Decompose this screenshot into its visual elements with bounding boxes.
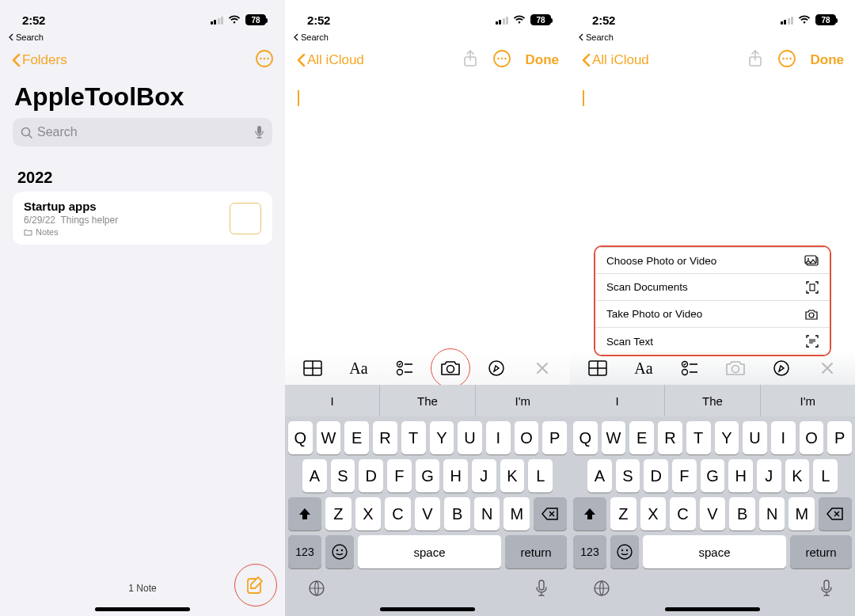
shift-key[interactable] bbox=[288, 497, 321, 530]
key[interactable]: R bbox=[658, 421, 682, 454]
key[interactable]: W bbox=[602, 421, 626, 454]
back-all-icloud[interactable]: All iCloud bbox=[296, 52, 364, 68]
back-all-icloud[interactable]: All iCloud bbox=[581, 52, 649, 68]
close-toolbar[interactable] bbox=[526, 352, 558, 384]
key[interactable]: D bbox=[359, 459, 383, 492]
keyboard[interactable]: I The I'm QWERTYUIOP ASDFGHJKL ZXCVBNM 1… bbox=[285, 385, 570, 616]
key[interactable]: P bbox=[542, 421, 567, 454]
done-button[interactable]: Done bbox=[526, 52, 560, 68]
key[interactable]: N bbox=[474, 497, 500, 530]
key[interactable]: X bbox=[355, 497, 382, 530]
close-toolbar[interactable] bbox=[811, 352, 843, 384]
key[interactable]: S bbox=[616, 459, 640, 492]
delete-key[interactable] bbox=[819, 497, 852, 530]
key[interactable]: C bbox=[385, 497, 411, 530]
key[interactable]: F bbox=[387, 459, 412, 492]
numbers-key[interactable]: 123 bbox=[288, 535, 321, 568]
key[interactable]: Z bbox=[325, 497, 352, 530]
space-key[interactable]: space bbox=[358, 535, 501, 568]
note-body[interactable] bbox=[570, 78, 855, 119]
textstyle-tool[interactable]: Aa bbox=[628, 352, 659, 384]
table-tool[interactable] bbox=[582, 352, 614, 384]
key[interactable]: H bbox=[728, 459, 753, 492]
breadcrumb-back-search[interactable]: Search bbox=[0, 32, 285, 43]
suggestion[interactable]: I'm bbox=[761, 385, 855, 416]
suggestion[interactable]: The bbox=[665, 385, 760, 416]
camera-tool[interactable] bbox=[435, 352, 466, 384]
key[interactable]: T bbox=[401, 421, 426, 454]
markup-tool[interactable] bbox=[481, 352, 512, 384]
key[interactable]: I bbox=[486, 421, 511, 454]
key[interactable]: W bbox=[317, 421, 341, 454]
camera-tool[interactable] bbox=[720, 352, 751, 384]
key[interactable]: D bbox=[644, 459, 668, 492]
key[interactable]: B bbox=[444, 497, 470, 530]
delete-key[interactable] bbox=[534, 497, 567, 530]
key[interactable]: E bbox=[629, 421, 654, 454]
key[interactable]: U bbox=[743, 421, 767, 454]
return-key[interactable]: return bbox=[505, 535, 567, 568]
globe-icon[interactable] bbox=[592, 579, 611, 598]
key[interactable]: A bbox=[587, 459, 612, 492]
key[interactable]: G bbox=[701, 459, 725, 492]
markup-tool[interactable] bbox=[766, 352, 797, 384]
shift-key[interactable] bbox=[573, 497, 606, 530]
home-indicator[interactable] bbox=[665, 607, 760, 611]
back-folders[interactable]: Folders bbox=[11, 52, 67, 68]
suggestion[interactable]: I'm bbox=[476, 385, 570, 416]
space-key[interactable]: space bbox=[643, 535, 786, 568]
share-icon[interactable] bbox=[462, 50, 478, 70]
textstyle-tool[interactable]: Aa bbox=[343, 352, 374, 384]
home-indicator[interactable] bbox=[95, 607, 190, 611]
home-indicator[interactable] bbox=[380, 607, 475, 611]
key[interactable]: K bbox=[785, 459, 810, 492]
keyboard[interactable]: I The I'm QWERTYUIOP ASDFGHJKL ZXCVBNM 1… bbox=[570, 385, 855, 616]
breadcrumb-back-search[interactable]: Search bbox=[570, 32, 855, 43]
dictation-icon[interactable] bbox=[820, 580, 833, 597]
key[interactable]: Z bbox=[610, 497, 636, 530]
key[interactable]: Y bbox=[715, 421, 739, 454]
menu-scan-text[interactable]: Scan Text bbox=[595, 328, 830, 355]
emoji-key[interactable] bbox=[325, 535, 354, 568]
key[interactable]: E bbox=[344, 421, 369, 454]
share-icon[interactable] bbox=[747, 50, 763, 70]
key[interactable]: A bbox=[302, 459, 327, 492]
key[interactable]: N bbox=[759, 497, 785, 530]
key[interactable]: S bbox=[331, 459, 355, 492]
key[interactable]: F bbox=[672, 459, 697, 492]
emoji-key[interactable] bbox=[610, 535, 639, 568]
key[interactable]: L bbox=[528, 459, 553, 492]
breadcrumb-back-search[interactable]: Search bbox=[285, 32, 570, 43]
key[interactable]: M bbox=[788, 497, 815, 530]
key[interactable]: O bbox=[800, 421, 824, 454]
key[interactable]: H bbox=[443, 459, 468, 492]
note-list-item[interactable]: Startup apps 6/29/22 Things helper Notes bbox=[13, 192, 272, 245]
more-icon[interactable] bbox=[492, 49, 511, 71]
return-key[interactable]: return bbox=[790, 535, 852, 568]
dictation-icon[interactable] bbox=[254, 125, 264, 139]
checklist-tool[interactable] bbox=[389, 352, 420, 384]
suggestion[interactable]: The bbox=[380, 385, 475, 416]
numbers-key[interactable]: 123 bbox=[573, 535, 606, 568]
key[interactable]: J bbox=[757, 459, 781, 492]
suggestion[interactable]: I bbox=[285, 385, 380, 416]
menu-scan-documents[interactable]: Scan Documents bbox=[595, 274, 830, 301]
more-icon[interactable] bbox=[255, 49, 274, 71]
menu-take-photo[interactable]: Take Photo or Video bbox=[595, 301, 830, 328]
suggestion[interactable]: I bbox=[570, 385, 665, 416]
key[interactable]: X bbox=[640, 497, 667, 530]
key[interactable]: G bbox=[416, 459, 440, 492]
search-input[interactable]: Search bbox=[13, 118, 272, 146]
done-button[interactable]: Done bbox=[811, 52, 845, 68]
key[interactable]: Q bbox=[288, 421, 313, 454]
globe-icon[interactable] bbox=[307, 579, 326, 598]
checklist-tool[interactable] bbox=[674, 352, 705, 384]
note-body[interactable] bbox=[285, 78, 570, 119]
key[interactable]: B bbox=[729, 497, 755, 530]
menu-choose-photo[interactable]: Choose Photo or Video bbox=[595, 247, 830, 274]
table-tool[interactable] bbox=[297, 352, 329, 384]
key[interactable]: Q bbox=[573, 421, 598, 454]
key[interactable]: O bbox=[515, 421, 539, 454]
key[interactable]: I bbox=[771, 421, 796, 454]
key[interactable]: V bbox=[415, 497, 441, 530]
